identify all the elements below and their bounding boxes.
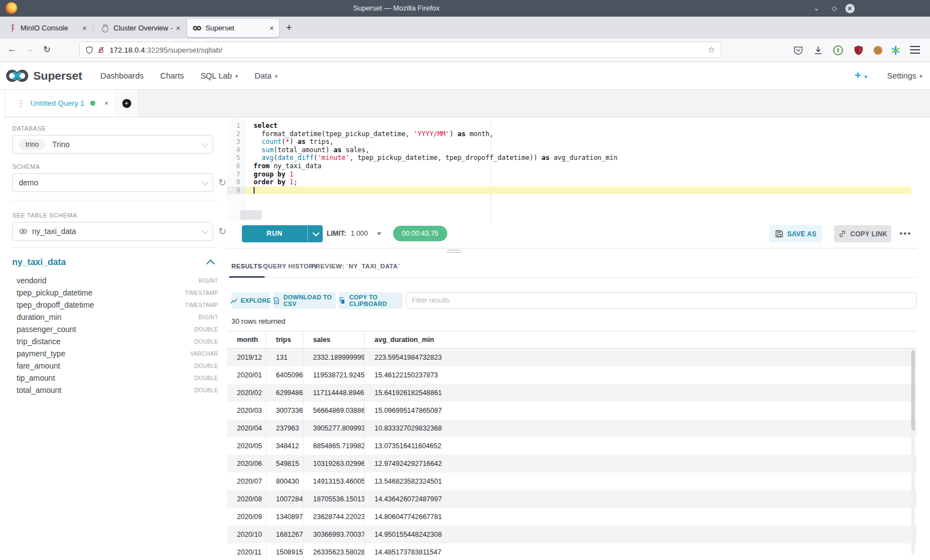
column-name: passenger_count <box>17 325 76 334</box>
tab-close-icon[interactable]: × <box>176 24 180 32</box>
column-header[interactable]: avg_duration_min <box>364 331 917 349</box>
new-tab-icon[interactable]: + <box>282 22 296 34</box>
more-options-icon[interactable]: ••• <box>900 225 912 242</box>
column-header[interactable]: month <box>227 331 266 349</box>
nav-dashboards[interactable]: Dashboards <box>92 71 152 80</box>
back-icon[interactable]: ← <box>8 44 17 54</box>
explore-button[interactable]: EXPLORE <box>231 292 270 309</box>
insecure-lock-icon[interactable] <box>97 46 105 54</box>
save-as-button[interactable]: SAVE AS <box>769 225 822 242</box>
cell: 14.806047742667781 <box>364 508 917 526</box>
menu-icon[interactable] <box>910 46 920 54</box>
download-icon[interactable] <box>813 45 824 56</box>
table-row: 2020/0654981510319263.02996685712.974924… <box>227 455 917 473</box>
run-dropdown[interactable] <box>307 225 323 242</box>
database-select[interactable]: trino Trino <box>12 135 213 154</box>
chevron-down-icon <box>202 178 209 185</box>
collapse-chevron-icon[interactable] <box>206 259 215 268</box>
extension-green-icon[interactable] <box>833 45 844 56</box>
schema-column-row: tpep_pickup_datetimeTIMESTAMP <box>12 287 218 299</box>
cell: 6854865.719982137 <box>303 437 364 455</box>
browser-tab-trino[interactable]: Cluster Overview - Trino × <box>95 19 185 37</box>
tab-query-history[interactable]: QUERY HISTORY <box>263 255 318 278</box>
cell: 10319263.029966857 <box>303 455 364 473</box>
drag-handle-icon[interactable]: ⋮ <box>17 98 25 108</box>
cell: 12.974924292716642 <box>364 455 917 473</box>
cell: 131 <box>266 349 303 366</box>
url-bar[interactable]: 172.18.0.4:32295/superset/sqllab/ ☆ <box>79 42 721 58</box>
new-item-button[interactable]: +▾ <box>855 69 867 82</box>
query-tab-close-icon[interactable]: × <box>105 99 109 107</box>
tab-close-icon[interactable]: × <box>270 24 274 32</box>
row-count-status: 30 rows returned <box>231 317 286 325</box>
table-select[interactable]: ny_taxi_data <box>12 222 213 241</box>
run-button[interactable]: RUN <box>242 225 323 242</box>
schema-column-row: fare_amountDOUBLE <box>12 360 218 372</box>
schema-column-row: trip_distanceDOUBLE <box>12 335 218 348</box>
settings-menu[interactable]: Settings▾ <box>887 71 922 80</box>
reload-icon[interactable]: ↻ <box>43 44 50 55</box>
pocket-icon[interactable] <box>793 45 804 56</box>
query-tab[interactable]: ⋮ Untitled Query 1 × <box>6 90 115 117</box>
pane-resize-handle[interactable] <box>447 250 461 254</box>
sql-editor[interactable]: 123456789 select format_datetime(tpep_pi… <box>227 118 917 221</box>
download-csv-button[interactable]: DOWNLOAD TO CSV <box>273 292 336 309</box>
run-label[interactable]: RUN <box>242 225 307 242</box>
table-name-heading[interactable]: ny_taxi_data <box>12 257 66 267</box>
table-row: 2020/016405096119538721.9245631715.46122… <box>227 366 917 384</box>
column-name: tip_amount <box>17 374 55 382</box>
bookmark-star-icon[interactable]: ☆ <box>708 45 715 55</box>
cell: 14913153.4600556 <box>303 473 364 490</box>
column-header[interactable]: trips <box>266 331 303 349</box>
window-minimize-icon[interactable]: ⌄ <box>810 2 823 14</box>
cookie-icon[interactable] <box>872 45 884 56</box>
shield-icon[interactable] <box>85 46 94 54</box>
tab-preview[interactable]: PREVIEW: `NY_TAXI_DATA` <box>311 255 400 278</box>
nav-sql-lab[interactable]: SQL Lab▾ <box>192 71 246 80</box>
editor-hscroll-thumb[interactable] <box>240 210 262 220</box>
tab-results[interactable]: RESULTS <box>231 255 262 278</box>
table-row: 2020/11150891526335623.5802881114.485173… <box>227 543 917 560</box>
cell: 23628744.220236864 <box>303 508 364 526</box>
scrollbar-thumb[interactable] <box>911 350 915 431</box>
ublock-icon[interactable] <box>853 45 864 56</box>
divider <box>12 247 218 248</box>
limit-dropdown[interactable]: LIMIT:1 000 <box>327 225 381 242</box>
cell: 549815 <box>266 455 303 473</box>
code-line: from ny_taxi_data <box>246 162 911 170</box>
cell: 1340897 <box>266 508 303 526</box>
column-type: DOUBLE <box>194 326 218 333</box>
copy-link-button[interactable]: COPY LINK <box>834 225 891 242</box>
divider <box>12 201 218 201</box>
code-line: select <box>246 122 911 130</box>
results-scrollbar[interactable] <box>911 350 915 555</box>
window-close-icon[interactable]: ✕ <box>844 2 856 14</box>
database-value: Trino <box>52 140 69 149</box>
column-type: DOUBLE <box>194 339 218 345</box>
refresh-schemas-icon[interactable]: ↻ <box>218 177 226 189</box>
database-label: DATABASE <box>12 125 218 132</box>
sql-editor-pane: 123456789 select format_datetime(tpep_pi… <box>227 118 917 560</box>
window-title: Superset — Mozilla Firefox <box>353 4 440 12</box>
url-path: :32295/superset/sqllab/ <box>145 46 223 54</box>
filter-results-input[interactable] <box>406 292 917 309</box>
cell: 2020/10 <box>227 526 266 543</box>
sparkle-extension-icon[interactable] <box>890 45 901 56</box>
browser-tab-minio[interactable]: MinIO Console × <box>2 19 92 37</box>
nav-data[interactable]: Data▾ <box>246 71 286 80</box>
cell: 26335623.58028811 <box>303 543 364 560</box>
tab-close-icon[interactable]: × <box>82 24 87 32</box>
forward-icon[interactable]: → <box>25 44 34 54</box>
nav-charts[interactable]: Charts <box>152 71 192 80</box>
superset-logo[interactable]: Superset <box>6 68 82 84</box>
column-header[interactable]: sales <box>303 331 364 349</box>
column-name: tpep_dropoff_datetime <box>17 300 94 309</box>
add-query-tab-button[interactable]: + <box>115 90 139 117</box>
copy-clipboard-button[interactable]: COPY TO CLIPBOARD <box>339 292 402 309</box>
header-row: monthtripssalesavg_duration_min <box>227 331 917 349</box>
code-area[interactable]: select format_datetime(tpep_pickup_datet… <box>246 122 911 194</box>
refresh-tables-icon[interactable]: ↻ <box>218 225 226 237</box>
browser-tab-superset[interactable]: Superset × <box>187 19 279 37</box>
schema-select[interactable]: demo <box>12 173 213 192</box>
window-maximize-icon[interactable]: ◇ <box>828 2 840 14</box>
